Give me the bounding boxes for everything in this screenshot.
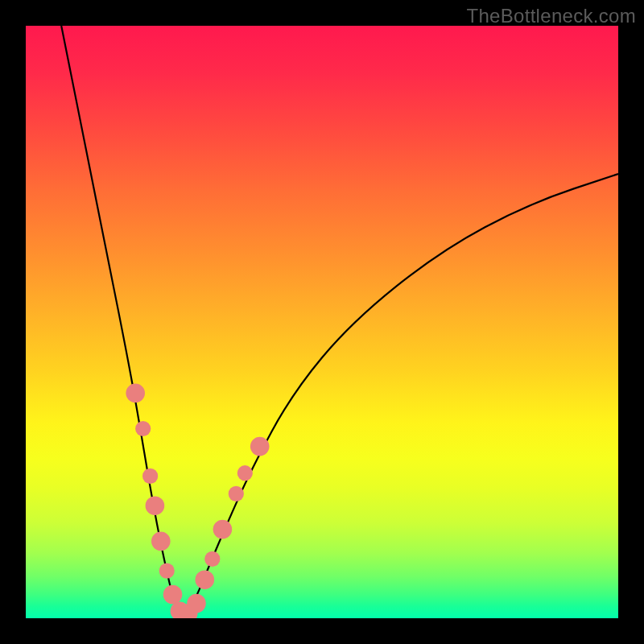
marker-dot (146, 496, 165, 515)
marker-dot (151, 532, 171, 551)
marker-dot (213, 520, 233, 539)
marker-dot (237, 465, 253, 481)
curve-left-branch (61, 26, 180, 615)
bottleneck-curve-svg (26, 26, 618, 618)
marker-dot (204, 551, 220, 567)
plot-area (26, 26, 618, 618)
watermark-text: TheBottleneck.com (466, 5, 636, 27)
curve-right-branch (186, 174, 618, 615)
marker-dots (126, 384, 269, 619)
marker-dot (159, 564, 175, 579)
marker-dot (250, 437, 270, 456)
marker-dot (196, 570, 215, 589)
marker-dot (187, 594, 206, 613)
chart-frame: TheBottleneck.com (0, 0, 644, 644)
marker-dot (163, 585, 183, 605)
marker-dot (229, 486, 244, 502)
marker-dot (135, 421, 151, 436)
marker-dot (126, 384, 145, 403)
marker-dot (142, 469, 158, 484)
